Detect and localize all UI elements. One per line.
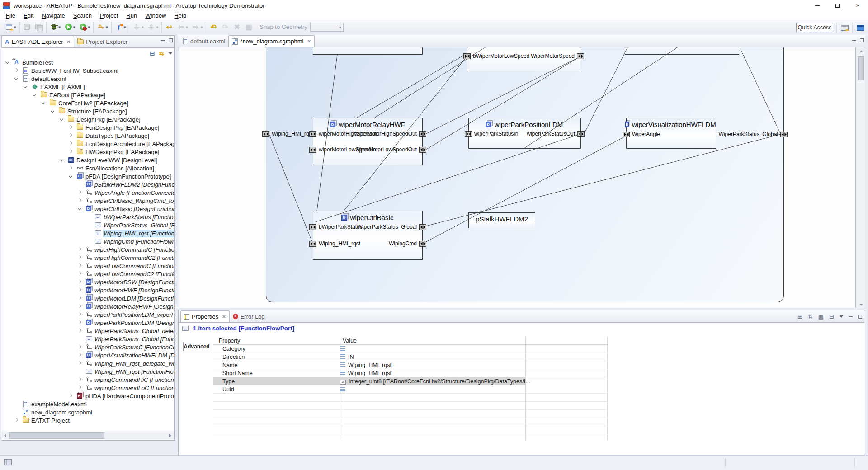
expand-arrow-icon[interactable]: [78, 296, 81, 300]
block-wiperMotorRelayHWF[interactable]: DwiperMotorRelayHWFwiperMotorHighSpeedIn…: [313, 118, 423, 165]
quick-access-button[interactable]: Quick Access: [796, 23, 833, 32]
pin-view-icon[interactable]: ⇅: [808, 313, 813, 320]
collapse-arrow-icon[interactable]: [5, 60, 9, 64]
block-partial-top-right[interactable]: [625, 47, 739, 55]
tab-east-adl-explorer[interactable]: A EAST-ADL Explorer ✕: [1, 36, 74, 47]
tree-item-wipingCommandHiC[interactable]: wipingCommandHiC [FunctionCon: [1, 376, 174, 384]
scroll-thumb[interactable]: [9, 432, 104, 439]
expand-arrow-icon[interactable]: [14, 418, 18, 422]
tree-item-DesignPkg[interactable]: DesignPkg [EAPackage]: [1, 115, 174, 123]
expand-arrow-icon[interactable]: [69, 141, 72, 145]
filter-icon[interactable]: ⊟: [829, 313, 834, 320]
port-wiperParkStatusIn[interactable]: [465, 131, 472, 137]
new-element-button[interactable]: ƒ▾: [113, 22, 127, 32]
view-menu-icon[interactable]: [169, 52, 172, 55]
maximize-view-icon[interactable]: [860, 38, 864, 42]
block-pStalkHWFLDM2[interactable]: pStalkHWFLDM2: [468, 212, 535, 228]
diagram-container-pFDA[interactable]: Wiping_HMI_rqstWiperParkStatus_Global: [266, 47, 784, 302]
collapse-arrow-icon[interactable]: [42, 101, 45, 104]
property-row-direction[interactable]: DirectionIN: [213, 353, 608, 361]
expand-arrow-icon[interactable]: [78, 320, 81, 324]
close-button[interactable]: ✕: [848, 0, 868, 11]
run-history-button[interactable]: ▾: [78, 22, 92, 32]
tree-item-wiperMotorBSW[interactable]: DwiperMotorBSW [DesignFunction: [1, 278, 174, 286]
view-menu-icon[interactable]: [840, 315, 843, 318]
tree-item-WipingCmd[interactable]: ↔WipingCmd [FunctionFlowPort]: [1, 237, 174, 245]
tree-item-EAXML[interactable]: EAXML [EAXML]: [1, 83, 174, 91]
expand-arrow-icon[interactable]: [78, 263, 81, 267]
tree-item-wiperLowCommandC[interactable]: wiperLowCommandC [FunctionC: [1, 262, 174, 270]
tree-item-BasicWW_FcnHW_Subset.eaxml[interactable]: BasicWW_FcnHW_Subset.eaxml: [1, 66, 174, 75]
collapse-all-icon[interactable]: ⊟: [150, 50, 155, 57]
maximize-button[interactable]: [827, 0, 848, 11]
new-wizard-button[interactable]: ✦▾: [4, 22, 18, 32]
tree-item-CoreFcnHw2[interactable]: CoreFcnHw2 [EAPackage]: [1, 99, 174, 107]
back-button[interactable]: ⇦▾: [175, 22, 189, 32]
port-wiperMotorLowSpeedOut[interactable]: [419, 147, 426, 153]
scroll-down-icon[interactable]: [857, 301, 865, 308]
tab-advanced[interactable]: Advanced: [183, 342, 210, 351]
expand-arrow-icon[interactable]: [78, 304, 81, 308]
menu-file[interactable]: File: [2, 11, 19, 20]
open-perspective-button[interactable]: ✦: [839, 23, 850, 33]
debug-button[interactable]: ▾: [48, 22, 62, 32]
tree-item-wiperMotorRelayHWF[interactable]: DwiperMotorRelayHWF [DesignFun: [1, 302, 174, 310]
expand-arrow-icon[interactable]: [69, 394, 72, 397]
tree-item-wiperHighCommandC2[interactable]: wiperHighCommandC2 [Function: [1, 254, 174, 262]
expand-arrow-icon[interactable]: [78, 288, 81, 291]
expand-arrow-icon[interactable]: [14, 68, 18, 72]
expand-arrow-icon[interactable]: [78, 272, 81, 275]
block-wiperParkPositionLDM[interactable]: DwiperParkPositionLDMwiperParkStatusInwi…: [468, 118, 581, 149]
port-WiperMotorSpeed[interactable]: [577, 53, 584, 59]
port-wiperParkStatusOut[interactable]: [577, 131, 585, 137]
minimize-view-icon[interactable]: [849, 316, 853, 317]
tab-new-diagram-sgraphml[interactable]: *new_diagram.sgraphml ✕: [228, 35, 315, 47]
save-all-button[interactable]: [33, 22, 44, 32]
tree-item-EATXT-Project[interactable]: EATXT-Project: [1, 416, 174, 424]
save-button[interactable]: [22, 22, 33, 32]
tree-item-WiperParkStatus_Global[interactable]: ↔WiperParkStatus_Global [Function: [1, 335, 174, 343]
expand-arrow-icon[interactable]: [78, 190, 81, 194]
collapse-arrow-icon[interactable]: [51, 109, 54, 113]
expand-arrow-icon[interactable]: [78, 361, 81, 365]
tree-item-pStalkHWFLDM2[interactable]: DpStalkHWFLDM2 [DesignFunction: [1, 180, 174, 188]
forward-button[interactable]: ⇨▾: [190, 22, 204, 32]
property-row-uuid[interactable]: Uuid: [213, 385, 608, 394]
tab-properties[interactable]: Properties ✕: [180, 310, 230, 322]
expand-arrow-icon[interactable]: [78, 353, 81, 357]
menu-navigate[interactable]: Navigate: [38, 11, 69, 20]
tree-item-WiperParkStatus_Global[interactable]: ↔WiperParkStatus_Global [Funct: [1, 221, 174, 229]
block-partial-top-left[interactable]: [313, 47, 423, 55]
show-categories-icon[interactable]: ▤: [818, 313, 824, 320]
expand-arrow-icon[interactable]: [78, 198, 81, 202]
collapse-arrow-icon[interactable]: [78, 207, 81, 210]
collapse-arrow-icon[interactable]: [14, 76, 18, 80]
tree-item-new_diagram.sgraphml[interactable]: new_diagram.sgraphml: [1, 408, 174, 416]
expand-arrow-icon[interactable]: [69, 133, 72, 137]
property-row-name[interactable]: NameWiping_HMI_rqst: [213, 361, 608, 369]
tree-item-Structure[interactable]: Structure [EAPackage]: [1, 107, 174, 115]
tree-item-WiperParkStatus_Global_delegate[interactable]: WiperParkStatus_Global_delegate: [1, 327, 174, 335]
tree-item-pHDA[interactable]: HpHDA [HardwareComponentPrototyp: [1, 392, 174, 400]
port-Wiping_HMI_rqst[interactable]: [309, 241, 316, 247]
scroll-thumb[interactable]: [858, 56, 864, 80]
tree-item-default.eaxml[interactable]: default.eaxml: [1, 75, 174, 83]
menu-window[interactable]: Window: [141, 11, 170, 20]
collapse-arrow-icon[interactable]: [60, 158, 63, 161]
tree-item-pFDA[interactable]: DpFDA [DesignFunctionPrototype]: [1, 172, 174, 180]
expand-arrow-icon[interactable]: [78, 280, 81, 283]
port-bWiperParkStatus[interactable]: [309, 224, 316, 230]
tree-item-Wiping_HMI_rqst[interactable]: ↔Wiping_HMI_rqst [FunctionFlowPo: [1, 367, 174, 376]
tree-item-wiperHighCommandC[interactable]: wiperHighCommandC [FunctionC: [1, 245, 174, 254]
expand-arrow-icon[interactable]: [78, 255, 81, 259]
tree-item-Wiping_HMI_rqst_delegate_wiperC[interactable]: Wiping_HMI_rqst_delegate_wiperC: [1, 359, 174, 367]
port-WiperAngle[interactable]: [623, 132, 630, 137]
maximize-view-icon[interactable]: [169, 38, 173, 42]
expand-arrow-icon[interactable]: [69, 166, 72, 169]
link-with-editor-icon[interactable]: ⇆: [159, 50, 164, 57]
menu-project[interactable]: Project: [96, 11, 122, 20]
expand-arrow-icon[interactable]: [69, 150, 72, 153]
tree-item-Wiping_HMI_rqst[interactable]: ↔Wiping_HMI_rqst [FunctionFlow: [1, 229, 174, 237]
scroll-left-icon[interactable]: [1, 432, 9, 439]
port-wiperMotorLowSpeedIn[interactable]: [309, 147, 316, 153]
